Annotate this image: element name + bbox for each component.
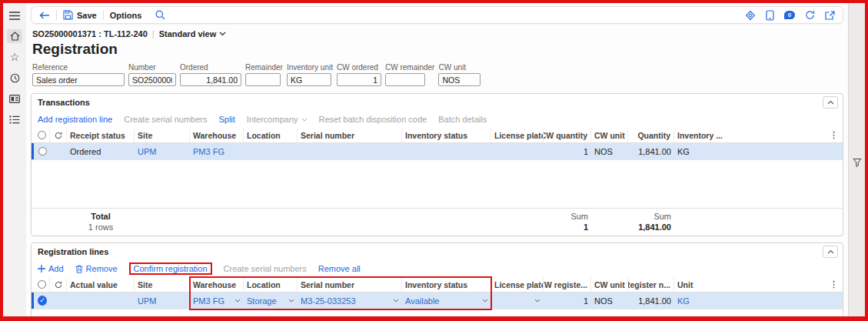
row-selected-check[interactable]: ✓ — [35, 296, 50, 306]
col-receipt-status[interactable]: Receipt status — [67, 128, 135, 142]
warehouse-link[interactable]: PM3 FG — [190, 147, 244, 156]
back-arrow-icon[interactable] — [39, 11, 50, 20]
col-serial-number[interactable]: Serial number — [298, 128, 402, 142]
workspaces-card-icon[interactable] — [7, 92, 22, 105]
header-fields: Reference Number Ordered Remainder Inven… — [32, 63, 843, 86]
favorites-star-icon[interactable]: ☆ — [7, 50, 22, 64]
diamond-icon[interactable] — [745, 10, 756, 21]
options-button[interactable]: Options — [110, 11, 142, 20]
cw-unit-field[interactable] — [438, 73, 481, 86]
trash-icon — [75, 265, 83, 273]
device-icon[interactable] — [766, 10, 774, 21]
record-id: SO25000001371 : TL-112-240 — [32, 29, 148, 38]
refresh-icon[interactable] — [805, 10, 815, 20]
col-inventory-status[interactable]: Inventory status — [402, 128, 491, 142]
col-inventory-unit[interactable]: Inventory ...⋮ — [674, 128, 843, 142]
col-cw-unit[interactable]: CW unit — [591, 277, 628, 292]
view-selector[interactable]: Standard view — [159, 29, 227, 38]
filter-funnel-icon[interactable] — [853, 8, 862, 316]
col-cw-unit[interactable]: CW unit — [591, 128, 628, 142]
col-license-plate[interactable]: License plate — [491, 277, 544, 292]
site-link[interactable]: UPM — [135, 296, 190, 306]
registration-lines-grid-header: Actual value Site Warehouse Location Ser… — [32, 277, 843, 293]
license-plate-dropdown[interactable] — [491, 299, 544, 303]
inventory-unit-label: Inventory unit — [287, 63, 333, 72]
col-license-plate[interactable]: License plate — [491, 128, 544, 142]
quantity-cell: 1,841.00 — [628, 147, 674, 156]
cw-quantity-sum: Sum 1 — [544, 211, 591, 232]
cw-remainder-label: CW remainder — [385, 63, 434, 72]
transactions-grid-header: Receipt status Site Warehouse Location S… — [32, 128, 843, 143]
unit-link[interactable]: KG — [674, 296, 843, 306]
recent-clock-icon[interactable] — [7, 71, 22, 85]
col-actual-value[interactable]: Actual value — [67, 277, 135, 292]
add-button[interactable]: Add — [38, 264, 64, 273]
remove-button[interactable]: Remove — [75, 264, 118, 273]
page-title: Registration — [32, 41, 843, 58]
select-all-radio[interactable] — [35, 128, 50, 142]
col-serial-number[interactable]: Serial number — [298, 277, 402, 292]
kebab-menu-icon[interactable]: ⋮ — [830, 279, 840, 289]
row-radio[interactable] — [35, 147, 50, 155]
save-button[interactable]: Save — [63, 10, 97, 20]
col-location[interactable]: Location — [244, 128, 298, 142]
search-icon[interactable] — [155, 10, 165, 20]
col-location[interactable]: Location — [244, 277, 298, 292]
location-dropdown[interactable]: Storage — [244, 296, 298, 306]
action-pane-right-icons: 0 — [745, 10, 835, 21]
registration-lines-grid: Actual value Site Warehouse Location Ser… — [32, 277, 843, 317]
transactions-title: Transactions — [38, 98, 90, 107]
collapse-registration-lines-button[interactable] — [823, 246, 838, 258]
col-warehouse[interactable]: Warehouse — [190, 128, 244, 142]
inventory-unit-field[interactable] — [287, 73, 331, 86]
quantity-sum: Sum 1,841.00 — [628, 211, 674, 232]
chevron-down-icon — [301, 118, 308, 122]
intercompany-menu-button: Intercompany — [247, 115, 308, 124]
hamburger-menu-icon[interactable] — [7, 8, 22, 22]
ordered-field[interactable] — [180, 73, 241, 86]
col-cw-quantity[interactable]: CW quantity — [544, 128, 591, 142]
cw-ordered-field[interactable] — [337, 73, 381, 86]
divider — [56, 10, 57, 20]
inventory-status-dropdown[interactable]: Available — [402, 296, 491, 306]
transactions-row[interactable]: Ordered UPM PM3 FG 1 NOS 1,841.00 KG — [32, 143, 843, 160]
col-inventory-status[interactable]: Inventory status — [402, 277, 491, 292]
select-all-radio[interactable] — [35, 277, 50, 292]
serial-number-dropdown[interactable]: M3-25-033253 — [298, 296, 402, 306]
col-warehouse[interactable]: Warehouse — [190, 277, 244, 292]
messages-bubble-icon[interactable]: 0 — [784, 11, 795, 19]
home-icon[interactable] — [7, 29, 22, 43]
remainder-field[interactable] — [245, 73, 281, 86]
remove-all-button[interactable]: Remove all — [318, 264, 361, 273]
col-cw-registered[interactable]: CW registe... — [544, 277, 591, 292]
app-window: ☆ Save Options — [0, 0, 868, 321]
number-field[interactable] — [128, 73, 176, 86]
site-link[interactable]: UPM — [135, 147, 190, 156]
col-quantity[interactable]: Quantity — [628, 128, 674, 142]
warehouse-dropdown[interactable]: PM3 FG — [190, 296, 244, 306]
registration-line-row[interactable]: ✓ UPM PM3 FG Storage M3-25-033253 Availa… — [32, 293, 843, 309]
refresh-grid-icon[interactable] — [50, 128, 67, 142]
create-serial-numbers-button: Create serial numbers — [124, 115, 207, 124]
refresh-grid-icon[interactable] — [50, 277, 67, 292]
col-register-now[interactable]: Register n... — [628, 277, 674, 292]
open-in-new-window-icon[interactable] — [825, 11, 835, 20]
collapse-transactions-button[interactable] — [823, 96, 838, 109]
save-icon — [63, 10, 73, 20]
reference-field[interactable] — [32, 73, 125, 86]
cw-ordered-label: CW ordered — [337, 63, 381, 72]
right-filter-strip — [848, 3, 865, 316]
split-button[interactable]: Split — [218, 115, 234, 124]
cw-remainder-field[interactable] — [385, 73, 425, 86]
totals-label: Total 1 rows — [67, 211, 135, 232]
col-site[interactable]: Site — [135, 128, 190, 142]
confirm-registration-button[interactable]: Confirm registration — [129, 262, 212, 275]
col-site[interactable]: Site — [135, 277, 190, 292]
registration-lines-title: Registration lines — [38, 247, 108, 256]
ordered-label: Ordered — [180, 63, 241, 72]
modules-list-icon[interactable] — [7, 112, 22, 126]
col-unit[interactable]: Unit⋮ — [674, 277, 843, 292]
kebab-menu-icon[interactable]: ⋮ — [830, 130, 840, 140]
add-registration-line-button[interactable]: Add registration line — [38, 115, 112, 124]
register-now-cell: 1,841.00 — [628, 296, 674, 306]
